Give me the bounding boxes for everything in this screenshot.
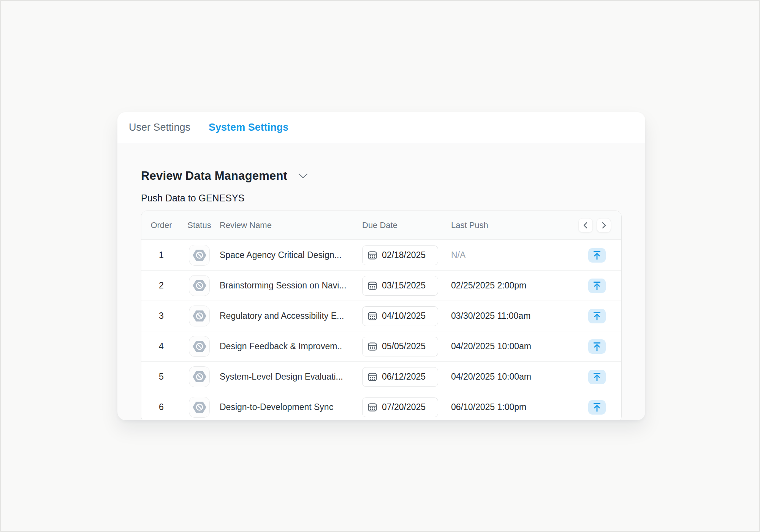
order-number: 1 <box>141 250 181 260</box>
due-date-value: 02/18/2025 <box>382 250 426 260</box>
push-data-button[interactable] <box>588 339 606 354</box>
card-content: Review Data Management Push Data to GENE… <box>117 169 645 420</box>
order-number: 5 <box>141 372 181 382</box>
due-date-value: 04/10/2025 <box>382 311 426 321</box>
last-push-value: N/A <box>442 250 572 260</box>
calendar-icon <box>368 281 377 290</box>
due-date-field[interactable]: 02/18/2025 <box>362 245 438 265</box>
last-push-value: 04/20/2025 10:00am <box>442 341 572 352</box>
review-name: Space Agency Critical Design... <box>217 250 360 260</box>
order-number: 2 <box>141 280 181 291</box>
section-collapse-button[interactable] <box>296 171 310 181</box>
order-number: 6 <box>141 402 181 412</box>
upload-icon <box>592 342 602 352</box>
order-number: 3 <box>141 311 181 321</box>
status-blocked-icon <box>190 340 209 353</box>
header-last-push: Last Push <box>442 220 572 230</box>
due-date-field[interactable]: 06/12/2025 <box>362 367 438 387</box>
status-blocked-button[interactable] <box>189 275 210 296</box>
calendar-icon <box>368 372 377 382</box>
upload-icon <box>592 372 602 382</box>
tab-bar: User Settings System Settings <box>117 112 645 143</box>
table-row: 5 System-Level Design Evaluati... 06/12/… <box>141 361 621 392</box>
due-date-field[interactable]: 05/05/2025 <box>362 337 438 356</box>
status-blocked-icon <box>190 279 209 292</box>
status-blocked-button[interactable] <box>189 366 210 387</box>
page-title: Review Data Management <box>141 169 287 183</box>
status-blocked-icon <box>190 249 209 262</box>
status-blocked-icon <box>190 309 209 323</box>
upload-icon <box>592 250 602 260</box>
chevron-down-icon <box>298 173 308 179</box>
review-name: System-Level Design Evaluati... <box>217 372 360 382</box>
due-date-field[interactable]: 07/20/2025 <box>362 397 438 417</box>
status-blocked-button[interactable] <box>189 245 210 266</box>
upload-icon <box>592 402 602 412</box>
chevron-left-icon <box>583 222 589 229</box>
last-push-value: 06/10/2025 1:00pm <box>442 402 572 412</box>
status-blocked-button[interactable] <box>189 397 210 418</box>
last-push-value: 02/25/2025 2:00pm <box>442 280 572 291</box>
due-date-field[interactable]: 04/10/2025 <box>362 306 438 326</box>
chevron-right-icon <box>601 222 607 229</box>
settings-card: User Settings System Settings Review Dat… <box>117 112 645 420</box>
table-row: 1 Space Agency Critical Design... 02/18/… <box>141 240 621 270</box>
header-due-date: Due Date <box>360 220 442 230</box>
calendar-icon <box>368 251 377 260</box>
table-header-row: Order Status Review Name Due Date Last P… <box>141 211 621 240</box>
push-data-button[interactable] <box>588 279 606 293</box>
table-row: 4 Design Feedback & Improvem.. 05/05/202… <box>141 331 621 361</box>
due-date-value: 03/15/2025 <box>382 280 426 291</box>
status-blocked-button[interactable] <box>189 306 210 326</box>
status-blocked-icon <box>190 401 209 414</box>
review-name: Regulatory and Accessibility E... <box>217 311 360 321</box>
push-data-button[interactable] <box>588 309 606 323</box>
due-date-value: 05/05/2025 <box>382 341 426 352</box>
upload-icon <box>592 281 602 291</box>
next-page-button[interactable] <box>597 218 611 233</box>
table-row: 3 Regulatory and Accessibility E... 04/1… <box>141 301 621 331</box>
status-blocked-icon <box>190 370 209 383</box>
due-date-field[interactable]: 03/15/2025 <box>362 276 438 296</box>
tab-system-settings[interactable]: System Settings <box>209 122 288 133</box>
review-name: Brainstorming Session on Navi... <box>217 280 360 291</box>
prev-page-button[interactable] <box>578 218 593 233</box>
push-data-button[interactable] <box>588 400 606 415</box>
review-name: Design-to-Development Sync <box>217 402 360 412</box>
review-name: Design Feedback & Improvem.. <box>217 341 360 352</box>
header-review-name: Review Name <box>217 220 360 230</box>
due-date-value: 07/20/2025 <box>382 402 426 412</box>
section-subtitle: Push Data to GENESYS <box>141 193 622 204</box>
calendar-icon <box>368 403 377 412</box>
calendar-icon <box>368 312 377 321</box>
tab-user-settings[interactable]: User Settings <box>129 122 190 133</box>
calendar-icon <box>368 342 377 351</box>
status-blocked-button[interactable] <box>189 336 210 357</box>
due-date-value: 06/12/2025 <box>382 372 426 382</box>
last-push-value: 03/30/2025 11:00am <box>442 311 572 321</box>
table-row: 6 Design-to-Development Sync 07/20/2025 … <box>141 392 621 420</box>
table-row: 2 Brainstorming Session on Navi... 03/15… <box>141 270 621 301</box>
header-status: Status <box>181 220 217 230</box>
push-data-button[interactable] <box>588 370 606 384</box>
header-order: Order <box>141 220 181 230</box>
order-number: 4 <box>141 341 181 352</box>
push-data-button[interactable] <box>588 248 606 263</box>
last-push-value: 04/20/2025 10:00am <box>442 372 572 382</box>
upload-icon <box>592 311 602 321</box>
review-table: Order Status Review Name Due Date Last P… <box>141 211 622 420</box>
